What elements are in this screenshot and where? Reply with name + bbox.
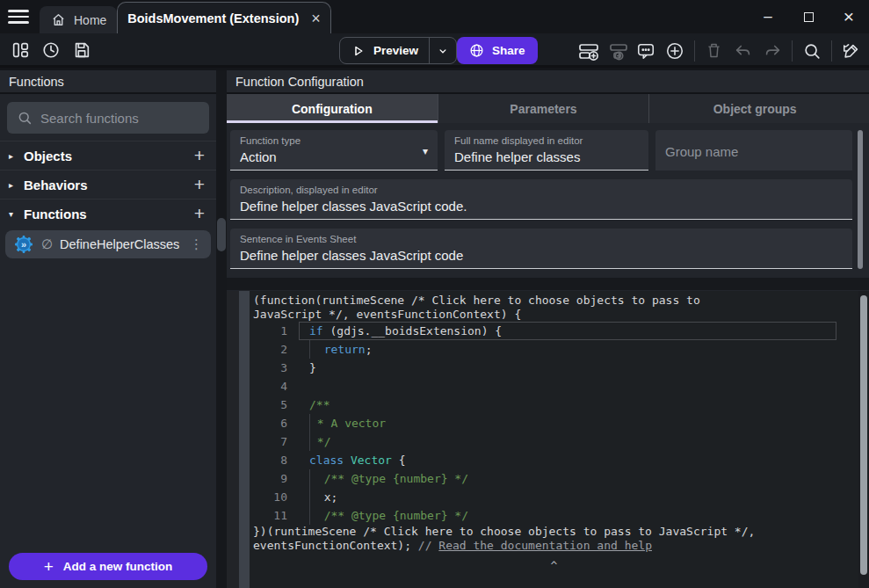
function-type-value: Action (240, 149, 428, 164)
undo-icon (734, 41, 753, 61)
hamburger-menu-icon[interactable] (8, 7, 29, 26)
project-manager-icon[interactable] (11, 40, 30, 60)
configuration-tabs: Configuration Parameters Object groups (227, 94, 869, 123)
code-header[interactable]: (function(runtimeScene /* Click here to … (250, 294, 858, 322)
tree-label-objects: Objects (24, 149, 194, 163)
search-functions-box[interactable] (7, 102, 209, 134)
tab-configuration[interactable]: Configuration (227, 94, 438, 123)
group-name-placeholder: Group name (665, 144, 843, 159)
function-configuration-panel: Function Configuration Configuration Par… (227, 70, 869, 588)
panel-divider (216, 70, 227, 588)
add-circle-icon[interactable] (665, 41, 684, 61)
sentence-value: Define helper classes JavaScript code (240, 248, 843, 263)
play-icon (351, 43, 366, 59)
code-lines[interactable]: 1if (gdjs.__boidsExtension) {2 return;3}… (250, 322, 858, 525)
add-object-button[interactable]: + (194, 147, 205, 164)
function-item-label: DefineHelperClasses (60, 237, 183, 251)
description-label: Description, displayed in editor (240, 185, 843, 195)
tab-home[interactable]: Home (40, 6, 117, 33)
code-content[interactable]: (function(runtimeScene /* Click here to … (250, 291, 858, 588)
tab-object-groups[interactable]: Object groups (648, 94, 860, 123)
description-field[interactable]: Description, displayed in editor Define … (230, 179, 852, 220)
function-item-definehelperclasses[interactable]: » ∅ DefineHelperClasses ⋮ (5, 230, 211, 258)
add-event-icon[interactable] (578, 41, 597, 61)
redo-icon (763, 41, 782, 61)
chevron-down-icon: ▾ (9, 209, 24, 219)
search-input-icon (17, 110, 33, 126)
private-function-icon: ∅ (41, 236, 53, 252)
select-caret-icon: ▾ (423, 145, 428, 157)
function-item-menu-icon[interactable]: ⋮ (190, 236, 203, 252)
editor-left-scrollbar[interactable] (239, 291, 250, 588)
preview-label: Preview (373, 44, 418, 57)
add-new-function-button[interactable]: + Add a new function (9, 553, 207, 580)
sentence-label: Sentence in Events Sheet (240, 234, 843, 244)
configuration-form: Function type Action ▾ Full name display… (227, 123, 869, 290)
javascript-code-editor[interactable]: (function(runtimeScene /* Click here to … (227, 291, 869, 588)
search-functions-input[interactable] (40, 111, 215, 126)
tree-section-objects[interactable]: ▸ Objects + (0, 141, 216, 170)
svg-text:»: » (21, 239, 26, 250)
tab-home-label: Home (74, 13, 106, 27)
config-scrollbar[interactable] (858, 130, 863, 269)
sidebar-header: Functions (0, 70, 216, 94)
main-header: Function Configuration (227, 70, 869, 94)
app-body: Functions ▸ Objects + ▸ Behaviors + ▾ Fu… (0, 70, 869, 588)
add-behavior-button[interactable]: + (194, 176, 205, 193)
home-icon (51, 12, 66, 27)
tab-parameters[interactable]: Parameters (438, 94, 649, 123)
tab-close-icon[interactable]: × (311, 12, 321, 25)
tree-label-behaviors: Behaviors (24, 178, 194, 192)
version-history-icon[interactable] (41, 40, 61, 60)
add-subevent-icon (607, 41, 626, 61)
code-footer[interactable]: })(runtimeScene /* Click here to choose … (250, 525, 858, 553)
plus-icon: + (44, 557, 54, 577)
window-maximize-button[interactable] (788, 0, 829, 33)
save-icon[interactable] (72, 40, 91, 60)
toolbar: Preview Share (0, 33, 869, 68)
chevron-right-icon: ▸ (9, 180, 24, 190)
window-minimize-button[interactable]: – (748, 0, 788, 33)
tab-active-label: BoidsMovement (Extension) (127, 11, 299, 25)
share-button[interactable]: Share (457, 37, 538, 64)
add-new-function-label: Add a new function (63, 560, 173, 573)
titlebar: Home BoidsMovement (Extension) × – × (0, 0, 869, 33)
function-type-select[interactable]: Function type Action ▾ (230, 130, 438, 171)
add-function-plus-button[interactable]: + (194, 205, 205, 222)
description-value: Define helper classes JavaScript code. (240, 199, 843, 214)
tree-label-functions: Functions (24, 207, 194, 221)
window-controls: – × (748, 0, 869, 33)
function-type-label: Function type (240, 135, 428, 146)
functions-sidebar: Functions ▸ Objects + ▸ Behaviors + ▾ Fu… (0, 70, 216, 588)
panel-resize-handle[interactable] (217, 218, 226, 251)
close-icon: × (844, 12, 854, 21)
sentence-field[interactable]: Sentence in Events Sheet Define helper c… (230, 229, 852, 269)
editor-scrollbar-track[interactable] (858, 291, 869, 588)
maximize-icon (804, 12, 814, 22)
chevron-right-icon: ▸ (9, 151, 24, 161)
preview-dropdown-button[interactable] (430, 45, 456, 57)
editor-scrollbar-thumb[interactable] (860, 295, 867, 575)
edit-extension-icon[interactable] (842, 41, 861, 61)
full-name-label: Full name displayed in editor (454, 135, 639, 146)
full-name-value: Define helper classes (454, 149, 639, 164)
section-divider (227, 278, 869, 290)
delete-icon (705, 41, 724, 61)
expand-panel-handle[interactable]: ^ (250, 560, 858, 571)
globe-icon (469, 43, 484, 58)
search-icon[interactable] (802, 41, 822, 61)
group-name-field[interactable]: Group name (655, 130, 852, 171)
tab-boidsmovement[interactable]: BoidsMovement (Extension) × (117, 2, 331, 33)
preview-button[interactable]: Preview (339, 37, 457, 64)
minimize-icon: – (764, 8, 771, 25)
full-name-field[interactable]: Full name displayed in editor Define hel… (445, 130, 648, 171)
add-comment-icon[interactable] (636, 41, 655, 61)
editor-left-gutter (227, 291, 250, 588)
tree-section-behaviors[interactable]: ▸ Behaviors + (0, 170, 216, 199)
function-action-icon: » (13, 234, 34, 255)
share-label: Share (492, 44, 525, 57)
tree-section-functions[interactable]: ▾ Functions + (0, 199, 216, 228)
window-close-button[interactable]: × (829, 0, 869, 33)
